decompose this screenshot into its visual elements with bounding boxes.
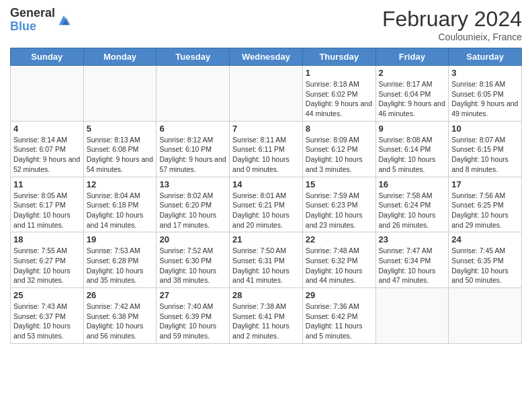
day-number: 12 [87, 179, 154, 189]
calendar-cell [375, 288, 449, 344]
day-info: Sunrise: 7:42 AMSunset: 6:38 PMDaylight:… [87, 302, 154, 341]
day-number: 29 [306, 290, 373, 300]
calendar-cell: 18Sunrise: 7:55 AMSunset: 6:27 PMDayligh… [11, 232, 84, 288]
day-info: Sunrise: 8:09 AMSunset: 6:12 PMDaylight:… [306, 135, 373, 175]
day-info: Sunrise: 8:07 AMSunset: 6:15 PMDaylight:… [451, 135, 519, 175]
calendar-cell [83, 66, 157, 122]
calendar-cell: 28Sunrise: 7:38 AMSunset: 6:41 PMDayligh… [230, 288, 303, 344]
day-info: Sunrise: 8:16 AMSunset: 6:05 PMDaylight:… [451, 79, 519, 119]
day-number: 24 [451, 234, 519, 244]
day-number: 9 [379, 124, 446, 134]
day-number: 10 [451, 124, 519, 134]
day-info: Sunrise: 7:56 AMSunset: 6:25 PMDaylight:… [451, 191, 519, 230]
day-number: 4 [13, 124, 81, 134]
day-info: Sunrise: 7:48 AMSunset: 6:32 PMDaylight:… [306, 246, 373, 285]
day-header-wednesday: Wednesday [230, 48, 303, 66]
day-number: 17 [451, 179, 519, 189]
calendar-cell [11, 66, 84, 122]
day-header-thursday: Thursday [302, 48, 375, 66]
day-info: Sunrise: 8:12 AMSunset: 6:10 PMDaylight:… [159, 135, 226, 175]
day-info: Sunrise: 8:18 AMSunset: 6:02 PMDaylight:… [306, 79, 373, 119]
day-info: Sunrise: 8:17 AMSunset: 6:04 PMDaylight:… [379, 79, 446, 119]
calendar-week-row: 18Sunrise: 7:55 AMSunset: 6:27 PMDayligh… [11, 232, 522, 288]
day-number: 28 [232, 290, 300, 300]
calendar-cell: 8Sunrise: 8:09 AMSunset: 6:12 PMDaylight… [302, 121, 375, 177]
day-info: Sunrise: 7:36 AMSunset: 6:42 PMDaylight:… [306, 302, 373, 341]
calendar-cell: 12Sunrise: 8:04 AMSunset: 6:18 PMDayligh… [83, 177, 157, 232]
calendar-cell [449, 288, 522, 344]
calendar-cell: 22Sunrise: 7:48 AMSunset: 6:32 PMDayligh… [302, 232, 375, 288]
day-number: 18 [13, 234, 81, 244]
month-title: February 2024 [382, 7, 522, 32]
page-header: General Blue February 2024 Coulounieix, … [10, 7, 522, 42]
logo-text: General Blue [10, 7, 55, 34]
calendar-cell: 6Sunrise: 8:12 AMSunset: 6:10 PMDaylight… [157, 121, 230, 177]
calendar-cell: 7Sunrise: 8:11 AMSunset: 6:11 PMDaylight… [230, 121, 303, 177]
day-header-friday: Friday [375, 48, 449, 66]
day-info: Sunrise: 8:08 AMSunset: 6:14 PMDaylight:… [379, 135, 446, 175]
day-number: 23 [379, 234, 446, 244]
page-container: General Blue February 2024 Coulounieix, … [0, 0, 532, 411]
calendar-cell: 17Sunrise: 7:56 AMSunset: 6:25 PMDayligh… [449, 177, 522, 232]
day-header-sunday: Sunday [11, 48, 84, 66]
day-number: 21 [232, 234, 300, 244]
day-number: 6 [159, 124, 226, 134]
calendar-week-row: 1Sunrise: 8:18 AMSunset: 6:02 PMDaylight… [11, 66, 522, 122]
calendar-cell: 10Sunrise: 8:07 AMSunset: 6:15 PMDayligh… [449, 121, 522, 177]
calendar-cell: 14Sunrise: 8:01 AMSunset: 6:21 PMDayligh… [230, 177, 303, 232]
day-info: Sunrise: 7:40 AMSunset: 6:39 PMDaylight:… [159, 302, 226, 341]
day-number: 19 [87, 234, 154, 244]
day-number: 3 [451, 68, 519, 78]
calendar-cell: 4Sunrise: 8:14 AMSunset: 6:07 PMDaylight… [11, 121, 84, 177]
calendar-table: SundayMondayTuesdayWednesdayThursdayFrid… [10, 48, 522, 344]
day-info: Sunrise: 8:01 AMSunset: 6:21 PMDaylight:… [232, 191, 300, 230]
logo: General Blue [10, 7, 71, 34]
calendar-cell: 27Sunrise: 7:40 AMSunset: 6:39 PMDayligh… [157, 288, 230, 344]
calendar-cell: 21Sunrise: 7:50 AMSunset: 6:31 PMDayligh… [230, 232, 303, 288]
logo-icon [56, 13, 71, 28]
day-info: Sunrise: 7:59 AMSunset: 6:23 PMDaylight:… [306, 191, 373, 230]
logo-blue: Blue [10, 19, 36, 33]
day-number: 14 [232, 179, 300, 189]
calendar-cell: 2Sunrise: 8:17 AMSunset: 6:04 PMDaylight… [375, 66, 449, 122]
calendar-cell: 16Sunrise: 7:58 AMSunset: 6:24 PMDayligh… [375, 177, 449, 232]
calendar-header-row: SundayMondayTuesdayWednesdayThursdayFrid… [11, 48, 522, 66]
calendar-cell: 29Sunrise: 7:36 AMSunset: 6:42 PMDayligh… [302, 288, 375, 344]
calendar-cell: 20Sunrise: 7:52 AMSunset: 6:30 PMDayligh… [157, 232, 230, 288]
day-number: 27 [159, 290, 226, 300]
calendar-cell [230, 66, 303, 122]
day-number: 8 [306, 124, 373, 134]
calendar-cell: 23Sunrise: 7:47 AMSunset: 6:34 PMDayligh… [375, 232, 449, 288]
day-number: 1 [306, 68, 373, 78]
calendar-cell: 26Sunrise: 7:42 AMSunset: 6:38 PMDayligh… [83, 288, 157, 344]
calendar-cell: 5Sunrise: 8:13 AMSunset: 6:08 PMDaylight… [83, 121, 157, 177]
logo-general: General [10, 6, 55, 19]
day-number: 2 [379, 68, 446, 78]
location: Coulounieix, France [382, 32, 522, 42]
calendar-cell: 1Sunrise: 8:18 AMSunset: 6:02 PMDaylight… [302, 66, 375, 122]
calendar-cell: 13Sunrise: 8:02 AMSunset: 6:20 PMDayligh… [157, 177, 230, 232]
calendar-cell [157, 66, 230, 122]
day-number: 25 [13, 290, 81, 300]
day-header-saturday: Saturday [449, 48, 522, 66]
calendar-cell: 25Sunrise: 7:43 AMSunset: 6:37 PMDayligh… [11, 288, 84, 344]
calendar-cell: 9Sunrise: 8:08 AMSunset: 6:14 PMDaylight… [375, 121, 449, 177]
day-info: Sunrise: 8:02 AMSunset: 6:20 PMDaylight:… [159, 191, 226, 230]
day-header-monday: Monday [83, 48, 157, 66]
calendar-week-row: 25Sunrise: 7:43 AMSunset: 6:37 PMDayligh… [11, 288, 522, 344]
day-info: Sunrise: 7:52 AMSunset: 6:30 PMDaylight:… [159, 246, 226, 285]
day-number: 11 [13, 179, 81, 189]
day-number: 26 [87, 290, 154, 300]
calendar-cell: 11Sunrise: 8:05 AMSunset: 6:17 PMDayligh… [11, 177, 84, 232]
day-info: Sunrise: 7:50 AMSunset: 6:31 PMDaylight:… [232, 246, 300, 285]
calendar-week-row: 11Sunrise: 8:05 AMSunset: 6:17 PMDayligh… [11, 177, 522, 232]
day-info: Sunrise: 8:05 AMSunset: 6:17 PMDaylight:… [13, 191, 81, 230]
calendar-week-row: 4Sunrise: 8:14 AMSunset: 6:07 PMDaylight… [11, 121, 522, 177]
day-number: 5 [87, 124, 154, 134]
day-info: Sunrise: 7:58 AMSunset: 6:24 PMDaylight:… [379, 191, 446, 230]
day-number: 7 [232, 124, 300, 134]
day-number: 22 [306, 234, 373, 244]
calendar-cell: 15Sunrise: 7:59 AMSunset: 6:23 PMDayligh… [302, 177, 375, 232]
calendar-cell: 3Sunrise: 8:16 AMSunset: 6:05 PMDaylight… [449, 66, 522, 122]
day-info: Sunrise: 7:38 AMSunset: 6:41 PMDaylight:… [232, 302, 300, 341]
